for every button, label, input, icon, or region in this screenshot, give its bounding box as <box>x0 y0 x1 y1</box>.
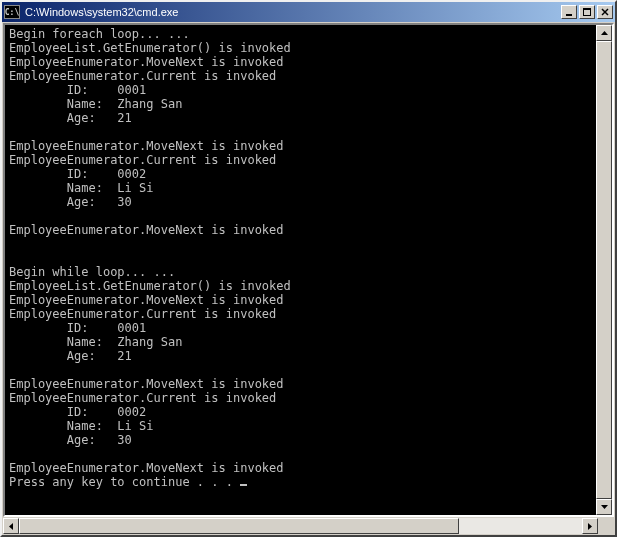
window-title: C:\Windows\system32\cmd.exe <box>23 6 556 18</box>
vertical-scrollbar[interactable] <box>596 25 612 515</box>
scroll-corner <box>598 518 614 534</box>
horizontal-scroll-thumb[interactable] <box>19 518 459 534</box>
svg-marker-7 <box>9 523 13 530</box>
scroll-right-button[interactable] <box>582 518 598 534</box>
scroll-down-button[interactable] <box>596 499 612 515</box>
titlebar[interactable]: C:\ C:\Windows\system32\cmd.exe <box>2 2 615 22</box>
content-area: Begin foreach loop... ... EmployeeList.G… <box>3 23 614 517</box>
cmd-icon: C:\ <box>4 5 20 19</box>
minimize-button[interactable] <box>561 5 577 19</box>
horizontal-scroll-track[interactable] <box>19 518 582 534</box>
svg-marker-6 <box>601 505 608 509</box>
scroll-up-button[interactable] <box>596 25 612 41</box>
horizontal-scrollbar[interactable] <box>3 518 614 534</box>
vertical-scroll-track[interactable] <box>596 41 612 499</box>
cmd-window: C:\ C:\Windows\system32\cmd.exe Begin fo… <box>0 0 617 537</box>
scroll-left-button[interactable] <box>3 518 19 534</box>
svg-marker-8 <box>588 523 592 530</box>
svg-rect-2 <box>583 8 591 10</box>
close-button[interactable] <box>597 5 613 19</box>
svg-marker-5 <box>601 31 608 35</box>
window-controls <box>559 5 613 19</box>
text-cursor <box>240 484 247 486</box>
console-output[interactable]: Begin foreach loop... ... EmployeeList.G… <box>5 25 596 515</box>
svg-rect-0 <box>566 14 572 16</box>
vertical-scroll-thumb[interactable] <box>596 41 612 499</box>
maximize-button[interactable] <box>579 5 595 19</box>
